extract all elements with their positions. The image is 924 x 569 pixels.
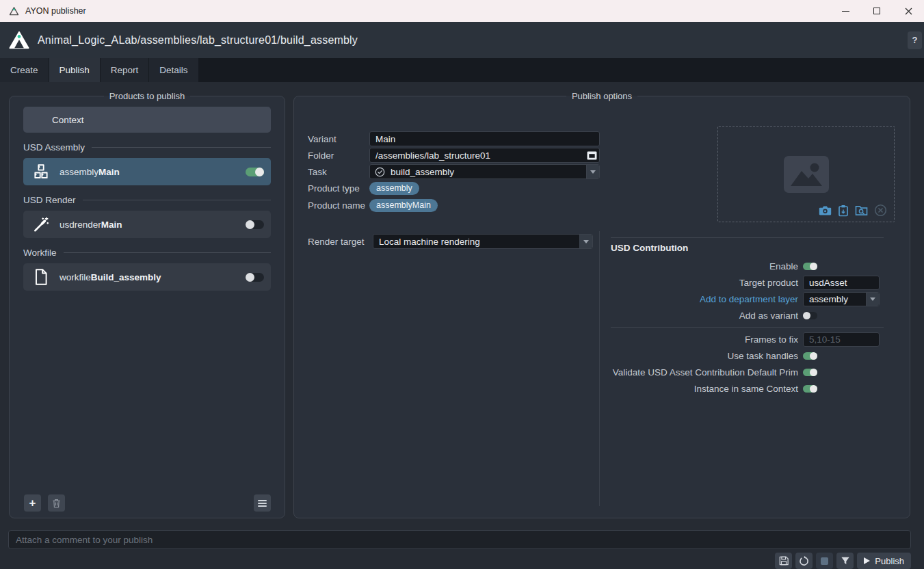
frames-to-fix-input[interactable] xyxy=(803,332,880,347)
close-icon[interactable] xyxy=(893,0,924,22)
image-placeholder-icon xyxy=(784,156,829,193)
add-as-variant-label: Add as variant xyxy=(739,310,798,321)
refresh-icon xyxy=(799,556,809,566)
titlebar: AYON publisher xyxy=(0,0,924,22)
tabbar: Create Publish Report Details xyxy=(0,58,924,82)
enable-label: Enable xyxy=(769,261,798,272)
comment-input[interactable] xyxy=(8,530,911,549)
validate-prim-toggle[interactable] xyxy=(803,369,817,376)
toggle-knob xyxy=(810,385,817,393)
save-button[interactable] xyxy=(775,553,792,569)
window-controls xyxy=(830,0,924,22)
thumbnail-toolbar xyxy=(819,204,887,217)
file-icon xyxy=(32,268,50,286)
render-target-value: Local machine rendering xyxy=(373,237,579,247)
product-toggle-off[interactable] xyxy=(246,220,264,229)
product-item-workfile[interactable]: workfileBuild_assembly xyxy=(23,263,271,291)
product-group-usd-render: USD Render xyxy=(23,195,271,205)
camera-icon[interactable] xyxy=(819,204,832,216)
toggle-knob xyxy=(810,263,817,270)
product-item-label: assemblyMain xyxy=(60,167,120,177)
use-task-handles-label: Use task handles xyxy=(727,351,798,361)
render-target-label: Render target xyxy=(308,237,373,247)
ayon-logo-icon xyxy=(9,31,29,49)
department-layer-label: Add to department layer xyxy=(700,294,798,304)
frames-to-fix-label: Frames to fix xyxy=(745,334,798,345)
department-layer-select[interactable]: assembly xyxy=(803,292,880,306)
browse-icon[interactable] xyxy=(587,151,597,160)
product-group-workfile: Workfile xyxy=(23,248,271,258)
toggle-knob xyxy=(255,168,264,176)
window-title: AYON publisher xyxy=(25,6,86,16)
section-divider xyxy=(611,237,884,238)
product-type-label: Product type xyxy=(308,183,369,194)
publish-options-panel: Publish options Variant Folder Task xyxy=(293,91,910,518)
usd-contribution-section: USD Contribution Enable Target product A… xyxy=(611,237,895,397)
context-path: Animal_Logic_ALab/assemblies/lab_structu… xyxy=(38,34,358,47)
main-area: Products to publish Context USD Assembly… xyxy=(0,82,924,526)
app-header: Animal_Logic_ALab/assemblies/lab_structu… xyxy=(0,22,924,58)
thumbnail-dropzone[interactable] xyxy=(717,126,895,222)
group-divider xyxy=(64,252,271,253)
cubes-icon xyxy=(32,163,50,181)
filter-button[interactable] xyxy=(836,553,854,569)
tab-publish[interactable]: Publish xyxy=(49,58,100,82)
department-layer-value: assembly xyxy=(804,294,866,304)
product-toggle-on[interactable] xyxy=(246,168,264,176)
enable-toggle[interactable] xyxy=(803,263,817,270)
product-name-badge: assemblyMain xyxy=(369,199,438,212)
save-icon xyxy=(779,556,789,566)
chevron-down-icon[interactable] xyxy=(866,293,879,306)
product-item-label: usdrenderMain xyxy=(60,220,122,230)
clipboard-icon[interactable] xyxy=(838,204,849,217)
add-product-button[interactable]: + xyxy=(24,494,41,512)
product-item-assembly-main[interactable]: assemblyMain xyxy=(23,158,271,185)
products-panel: Products to publish Context USD Assembly… xyxy=(9,91,285,518)
folder-input[interactable] xyxy=(370,148,587,162)
tab-report[interactable]: Report xyxy=(101,58,149,82)
variant-input[interactable] xyxy=(369,131,600,146)
folder-label: Folder xyxy=(308,150,369,161)
maximize-icon[interactable] xyxy=(861,0,893,22)
product-toggle-off[interactable] xyxy=(246,273,264,282)
usd-contribution-title: USD Contribution xyxy=(611,243,895,253)
publish-actions: Publish xyxy=(0,549,924,569)
plus-icon: + xyxy=(29,497,36,509)
publish-button[interactable]: Publish xyxy=(857,553,911,569)
products-list-toolbar: + xyxy=(24,494,271,512)
check-circle-icon xyxy=(375,167,385,177)
products-panel-title: Products to publish xyxy=(104,91,191,101)
app-icon xyxy=(9,6,19,16)
tab-create[interactable]: Create xyxy=(0,58,49,82)
list-menu-button[interactable] xyxy=(254,494,271,512)
task-value: build_assembly xyxy=(385,167,586,177)
variant-label: Variant xyxy=(308,134,369,144)
group-divider xyxy=(83,200,271,200)
instance-same-context-toggle[interactable] xyxy=(803,385,817,393)
folder-field[interactable] xyxy=(369,148,600,163)
refresh-button[interactable] xyxy=(795,553,813,569)
chevron-down-icon[interactable] xyxy=(579,235,592,248)
delete-product-button[interactable] xyxy=(48,494,65,512)
stop-icon xyxy=(821,557,828,565)
publish-options-title: Publish options xyxy=(566,91,637,101)
render-target-select[interactable]: Local machine rendering xyxy=(373,234,593,249)
context-button[interactable]: Context xyxy=(23,107,271,133)
stop-button[interactable] xyxy=(816,553,833,569)
wand-icon xyxy=(32,215,50,233)
clear-icon[interactable] xyxy=(874,204,887,217)
add-as-variant-toggle[interactable] xyxy=(803,312,817,319)
minimize-icon[interactable] xyxy=(830,0,861,22)
publish-button-label: Publish xyxy=(875,556,904,566)
target-product-input[interactable] xyxy=(803,276,880,290)
tab-details[interactable]: Details xyxy=(149,58,198,82)
product-item-usdrender-main[interactable]: usdrenderMain xyxy=(23,211,271,238)
help-button[interactable]: ? xyxy=(908,31,922,49)
group-label: USD Assembly xyxy=(23,142,85,153)
chevron-down-icon[interactable] xyxy=(586,165,599,178)
folder-search-icon[interactable] xyxy=(855,204,868,216)
task-label: Task xyxy=(308,167,369,177)
play-icon xyxy=(864,557,870,564)
use-task-handles-toggle[interactable] xyxy=(803,352,817,360)
task-select[interactable]: build_assembly xyxy=(369,164,600,179)
